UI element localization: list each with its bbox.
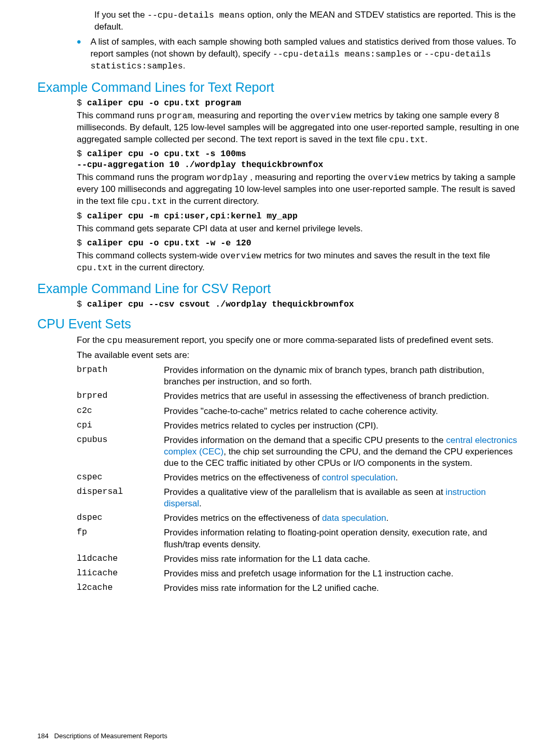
command-line: $ caliper cpu -m cpi:user,cpi:kernel my_… <box>77 211 523 221</box>
code-inline: overview <box>310 111 351 121</box>
text: metrics for two minutes and saves the re… <box>261 251 490 260</box>
command-line: --cpu-aggregation 10 ./wordplay thequick… <box>77 160 523 170</box>
code-inline: --cpu-details means <box>147 10 245 20</box>
def-row-l2cache: l2cache Provides miss rate information f… <box>77 583 523 594</box>
heading-example-text-report: Example Command Lines for Text Report <box>37 80 523 95</box>
def-row-cpi: cpi Provides metrics related to cycles p… <box>77 420 523 432</box>
command-line: $ caliper cpu -o cpu.txt -w -e 120 <box>77 238 523 248</box>
paragraph: The available event sets are: <box>77 350 523 362</box>
text: in the current directory. <box>113 263 204 272</box>
def-term: c2c <box>77 406 164 417</box>
def-body: Provides a qualitative view of the paral… <box>164 487 523 509</box>
def-row-c2c: c2c Provides "cache-to-cache" metrics re… <box>77 406 523 417</box>
def-row-brpred: brpred Provides metrics that are useful … <box>77 391 523 402</box>
def-row-l1dcache: l1dcache Provides miss rate information … <box>77 554 523 565</box>
text: , measuring and reporting the <box>248 172 368 182</box>
paragraph: For the cpu measurement report, you spec… <box>77 335 523 347</box>
def-term: cpi <box>77 420 164 432</box>
text: This command runs the program <box>77 172 206 182</box>
intro-paragraph: If you set the --cpu-details means optio… <box>94 9 523 33</box>
text: in the current directory. <box>167 196 259 206</box>
footer-title: Descriptions of Measurement Reports <box>54 732 167 740</box>
code-inline: cpu.txt <box>131 197 167 206</box>
text: or <box>411 49 424 59</box>
text: Provides metrics on the effectiveness of <box>164 473 322 482</box>
def-body: Provides information on the dynamic mix … <box>164 365 523 388</box>
def-row-dspec: dspec Provides metrics on the effectiven… <box>77 513 523 524</box>
bullet-item: • A list of samples, with each sample sh… <box>77 36 523 72</box>
link-control-speculation[interactable]: control speculation <box>322 473 396 482</box>
text: If you set the <box>94 10 147 20</box>
code-inline: cpu.txt <box>77 263 113 273</box>
text: Provides information on the demand that … <box>164 435 446 445</box>
text: . <box>199 499 202 508</box>
def-term: dispersal <box>77 487 164 509</box>
code-inline: overview <box>368 173 409 183</box>
def-row-l1icache: l1icache Provides miss and prefetch usag… <box>77 568 523 579</box>
def-term: cpubus <box>77 435 164 469</box>
def-body: Provides miss rate information for the L… <box>164 583 523 594</box>
paragraph: This command gets separate CPI data at u… <box>77 223 523 235</box>
text: This command collects system-wide <box>77 251 220 260</box>
text: This command runs <box>77 110 157 120</box>
code-inline: cpu.txt <box>389 135 425 145</box>
heading-example-csv-report: Example Command Line for CSV Report <box>37 281 523 296</box>
command-line: $ caliper cpu -o cpu.txt -s 100ms <box>77 149 523 159</box>
page-number: 184 <box>37 732 49 740</box>
page: If you set the --cpu-details means optio… <box>0 9 560 746</box>
definition-list: brpath Provides information on the dynam… <box>77 365 523 594</box>
text: measurement report, you specify one or m… <box>122 335 493 345</box>
def-term: brpred <box>77 391 164 402</box>
text: For the <box>77 335 107 345</box>
code-inline: overview <box>220 251 261 261</box>
paragraph: This command runs the program wordplay ,… <box>77 172 523 208</box>
def-term: l1icache <box>77 568 164 579</box>
code-inline: --cpu-details means:samples <box>273 49 411 59</box>
def-term: l2cache <box>77 583 164 594</box>
def-body: Provides information relating to floatin… <box>164 527 523 550</box>
text: Provides a qualitative view of the paral… <box>164 487 445 497</box>
text: . <box>183 61 186 71</box>
def-body: Provides metrics that are useful in asse… <box>164 391 523 402</box>
command-line: $ caliper cpu --csv csvout ./wordplay th… <box>77 299 523 309</box>
def-row-cpubus: cpubus Provides information on the deman… <box>77 435 523 469</box>
def-term: fp <box>77 527 164 550</box>
paragraph: This command runs program, measuring and… <box>77 110 523 146</box>
code-inline: program <box>157 111 192 121</box>
text: . <box>425 134 428 144</box>
def-row-fp: fp Provides information relating to floa… <box>77 527 523 550</box>
def-body: Provides "cache-to-cache" metrics relate… <box>164 406 523 417</box>
command-line: $ $ caliper cpu -o cpu.txt programcalipe… <box>77 98 523 108</box>
page-footer: 184 Descriptions of Measurement Reports <box>37 732 167 740</box>
def-body: Provides miss rate information for the L… <box>164 554 523 565</box>
link-data-speculation[interactable]: data speculation <box>322 513 386 523</box>
def-row-dispersal: dispersal Provides a qualitative view of… <box>77 487 523 509</box>
def-body: Provides metrics on the effectiveness of… <box>164 513 523 524</box>
def-body: Provides metrics related to cycles per i… <box>164 420 523 432</box>
code-inline: cpu <box>107 336 123 346</box>
paragraph: This command collects system-wide overvi… <box>77 250 523 274</box>
code-inline: wordplay <box>206 173 247 183</box>
bullet-content: A list of samples, with each sample show… <box>90 36 523 72</box>
def-row-brpath: brpath Provides information on the dynam… <box>77 365 523 388</box>
text: Provides metrics on the effectiveness of <box>164 513 322 523</box>
def-term: l1dcache <box>77 554 164 565</box>
def-term: brpath <box>77 365 164 388</box>
heading-cpu-event-sets: CPU Event Sets <box>37 316 523 331</box>
def-term: cspec <box>77 472 164 483</box>
text: . <box>386 513 389 523</box>
def-row-cspec: cspec Provides metrics on the effectiven… <box>77 472 523 483</box>
def-body: Provides information on the demand that … <box>164 435 523 469</box>
def-term: dspec <box>77 513 164 524</box>
text: , measuring and reporting the <box>192 110 310 120</box>
text: . <box>396 473 398 482</box>
def-body: Provides metrics on the effectiveness of… <box>164 472 523 483</box>
bullet-icon: • <box>77 36 81 72</box>
def-body: Provides miss and prefetch usage informa… <box>164 568 523 579</box>
